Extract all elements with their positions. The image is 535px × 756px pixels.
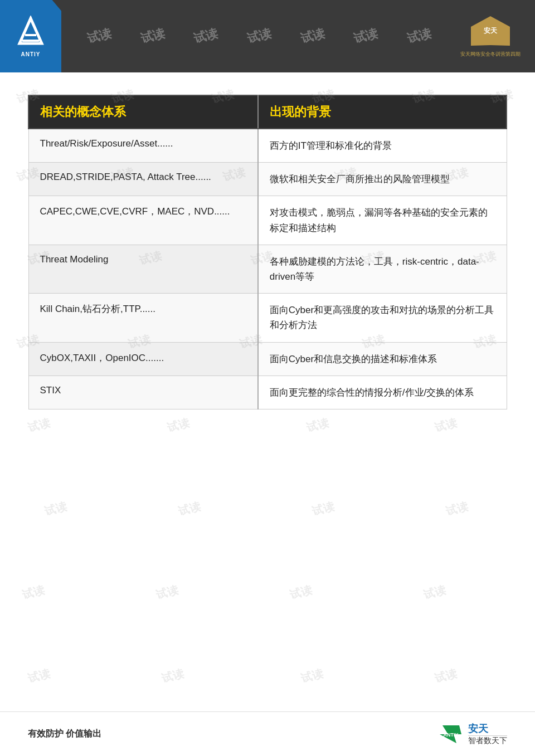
header-logo-right: 安天 安天网络安全冬训营第四期 <box>457 8 524 64</box>
right-cell-1: 微软和相关安全厂商所推出的风险管理模型 <box>258 163 507 196</box>
footer: 有效防护 价值输出 ANTIY 安天 智者数天下 <box>0 711 535 756</box>
right-cell-6: 面向更完整的综合性的情报分析/作业/交换的体系 <box>258 375 507 409</box>
table-row: CybOX,TAXII，OpenIOC.......面向Cyber和信息交换的描… <box>28 342 507 375</box>
footer-logo-icon: ANTIY <box>437 724 465 744</box>
right-cell-0: 西方的IT管理和标准化的背景 <box>258 129 507 163</box>
left-cell-2: CAPEC,CWE,CVE,CVRF，MAEC，NVD...... <box>28 196 258 245</box>
main-content: 相关的概念体系 出现的背景 Threat/Risk/Exposure/Asset… <box>0 72 535 711</box>
svg-text:安天: 安天 <box>483 27 498 35</box>
table-row: STIX面向更完整的综合性的情报分析/作业/交换的体系 <box>28 375 507 409</box>
wm-1: 试读 <box>85 25 113 47</box>
wm-5: 试读 <box>299 25 327 47</box>
footer-logo-part1: 安天 <box>468 722 507 735</box>
left-cell-3: Threat Modeling <box>28 245 258 293</box>
concept-table: 相关的概念体系 出现的背景 Threat/Risk/Exposure/Asset… <box>28 95 507 409</box>
table-row: Kill Chain,钻石分析,TTP......面向Cyber和更高强度的攻击… <box>28 294 507 342</box>
table-row: Threat/Risk/Exposure/Asset......西方的IT管理和… <box>28 129 507 163</box>
right-cell-4: 面向Cyber和更高强度的攻击和对抗的场景的分析工具和分析方法 <box>258 294 507 342</box>
left-cell-6: STIX <box>28 375 258 409</box>
wm-7: 试读 <box>405 25 433 47</box>
table-row: DREAD,STRIDE,PASTA, Attack Tree......微软和… <box>28 163 507 196</box>
footer-logo-part2: 智者数天下 <box>468 735 507 746</box>
logo-text: ANTIY <box>21 51 41 57</box>
wm-2: 试读 <box>138 25 166 47</box>
right-cell-5: 面向Cyber和信息交换的描述和标准体系 <box>258 342 507 375</box>
header-watermarks: 试读 试读 试读 试读 试读 试读 试读 <box>61 28 457 45</box>
svg-text:ANTIY: ANTIY <box>444 732 459 738</box>
wm-3: 试读 <box>192 25 220 47</box>
brand-subtitle: 安天网络安全冬训营第四期 <box>460 51 521 58</box>
logo-box: ANTIY <box>0 0 61 72</box>
left-cell-1: DREAD,STRIDE,PASTA, Attack Tree...... <box>28 163 258 196</box>
col1-header: 相关的概念体系 <box>28 95 258 129</box>
col2-header: 出现的背景 <box>258 95 507 129</box>
right-cell-2: 对攻击模式，脆弱点，漏洞等各种基础的安全元素的标定和描述结构 <box>258 196 507 245</box>
wm-4: 试读 <box>245 25 273 47</box>
antiy-logo-icon <box>14 16 47 49</box>
right-cell-3: 各种威胁建模的方法论，工具，risk-centric，data-driven等等 <box>258 245 507 293</box>
footer-logo: ANTIY 安天 智者数天下 <box>437 722 507 746</box>
header: ANTIY 试读 试读 试读 试读 试读 试读 试读 安天 安天网络安全冬训营第… <box>0 0 535 72</box>
footer-left-text: 有效防护 价值输出 <box>28 728 101 740</box>
table-row: Threat Modeling各种威胁建模的方法论，工具，risk-centri… <box>28 245 507 293</box>
left-cell-5: CybOX,TAXII，OpenIOC....... <box>28 342 258 375</box>
left-cell-4: Kill Chain,钻石分析,TTP...... <box>28 294 258 342</box>
footer-right: ANTIY 安天 智者数天下 <box>437 722 507 746</box>
wm-6: 试读 <box>352 25 380 47</box>
table-row: CAPEC,CWE,CVE,CVRF，MAEC，NVD......对攻击模式，脆… <box>28 196 507 245</box>
antiy-brand: 安天 安天网络安全冬训营第四期 <box>460 15 521 58</box>
left-cell-0: Threat/Risk/Exposure/Asset...... <box>28 129 258 163</box>
